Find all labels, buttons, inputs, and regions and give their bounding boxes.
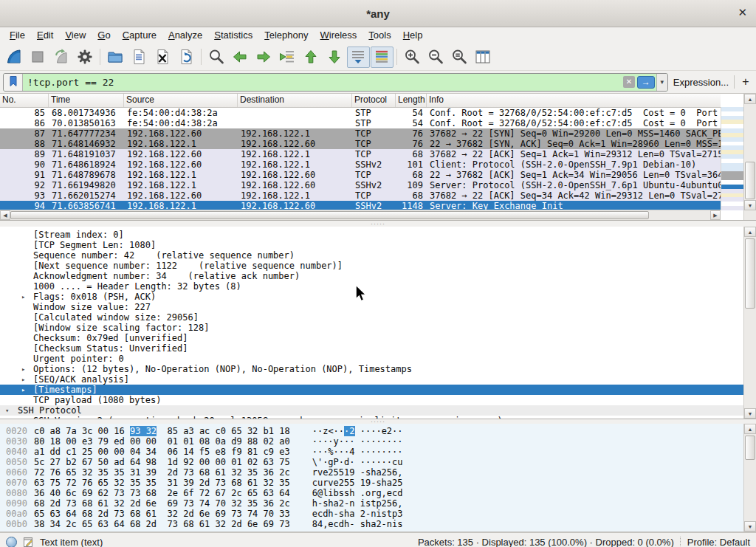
zoom-original-button[interactable] <box>448 47 471 68</box>
colorize-button[interactable] <box>371 47 394 68</box>
autoscroll-button[interactable] <box>347 47 370 68</box>
add-filter-button[interactable]: + <box>740 76 752 88</box>
expander-right-icon[interactable]: ▸ <box>21 292 25 302</box>
packet-row-93[interactable]: 9371.662015274192.168.122.60192.168.122.… <box>0 190 721 201</box>
packet-row-91[interactable]: 9171.648789678192.168.122.1192.168.122.6… <box>0 170 721 180</box>
detail-line[interactable]: TCP payload (1080 bytes) <box>0 395 743 405</box>
scroll-track[interactable] <box>744 434 756 521</box>
detail-line[interactable]: Window size value: 227 <box>0 302 743 312</box>
close-icon[interactable]: ✕ <box>738 6 747 19</box>
scroll-thumb[interactable] <box>745 162 755 199</box>
details-scrollbar[interactable]: ▲ ▼ <box>743 227 756 419</box>
go-forward-button[interactable] <box>252 47 275 68</box>
detail-line[interactable]: Urgent pointer: 0 <box>0 354 743 364</box>
scroll-left-button[interactable]: ◀ <box>0 210 10 220</box>
expander-right-icon[interactable]: ▸ <box>21 385 25 395</box>
find-packet-button[interactable] <box>205 47 228 68</box>
save-file-button[interactable] <box>128 47 151 68</box>
horizontal-scrollbar[interactable]: ◀ ▶ <box>0 210 721 220</box>
detail-line[interactable]: [Calculated window size: 29056] <box>0 312 743 323</box>
hex-row[interactable]: 008036 40 6c 69 62 73 73 68 2e 6f 72 67 … <box>6 488 743 498</box>
packet-minimap[interactable] <box>721 107 743 210</box>
detail-line[interactable]: ▸Options: (12 bytes), No-Operation (NOP)… <box>0 364 743 374</box>
packet-list-scrollbar[interactable]: ▲ ▼ <box>743 94 756 220</box>
hex-row[interactable]: 00505c 27 b2 67 50 ad 64 98 1d 92 00 00 … <box>6 457 743 467</box>
hex-row[interactable]: 007063 75 72 76 65 32 35 35 31 39 2d 73 … <box>6 478 743 488</box>
detail-line[interactable]: [TCP Segment Len: 1080] <box>0 240 743 250</box>
detail-line[interactable]: ▸SSH Version 2 (encryption:chacha20-poly… <box>0 416 743 419</box>
scroll-down-button[interactable]: ▼ <box>744 521 756 531</box>
hex-row[interactable]: 00a065 63 64 68 2d 73 68 61 32 2d 6e 69 … <box>6 509 743 519</box>
scroll-thumb[interactable] <box>745 436 755 460</box>
detail-line[interactable]: [Checksum Status: Unverified] <box>0 343 743 354</box>
pane-splitter[interactable]: ····· <box>0 221 756 227</box>
hex-row[interactable]: 0020c0 a8 7a 3c 00 16 93 32 85 a3 ac c0 … <box>6 426 743 436</box>
filter-history-dropdown[interactable]: ▾ <box>656 74 667 91</box>
packet-row-86[interactable]: 8670.013850163fe:54:00:d4:38:2aSTP54Conf… <box>0 118 721 128</box>
packet-row-94[interactable]: 9471.663856741192.168.122.1192.168.122.6… <box>0 201 721 210</box>
profile-text[interactable]: Profile: Default <box>687 537 750 547</box>
scroll-track[interactable] <box>744 237 756 408</box>
capture-comment-icon[interactable] <box>23 537 34 547</box>
horizontal-scroll-thumb[interactable] <box>10 211 649 219</box>
detail-line[interactable]: ▸[SEQ/ACK analysis] <box>0 374 743 385</box>
detail-line[interactable]: Sequence number: 42 (relative sequence n… <box>0 250 743 261</box>
detail-line[interactable]: 1000 .... = Header Length: 32 bytes (8) <box>0 281 743 292</box>
detail-line[interactable]: ▾SSH Protocol <box>0 405 743 416</box>
menu-capture[interactable]: Capture <box>117 28 162 43</box>
packet-row-92[interactable]: 9271.661949820192.168.122.1192.168.122.6… <box>0 180 721 190</box>
detail-line[interactable]: [Next sequence number: 1122 (relative se… <box>0 261 743 271</box>
go-first-button[interactable] <box>300 47 323 68</box>
hex-row[interactable]: 009068 2d 73 68 61 32 2d 6e 69 73 74 70 … <box>6 498 743 509</box>
open-file-button[interactable] <box>104 47 127 68</box>
bytes-scrollbar[interactable]: ▲ ▼ <box>743 424 756 531</box>
filter-clear-button[interactable]: ✕ <box>623 76 635 88</box>
menu-view[interactable]: View <box>59 28 92 43</box>
scroll-thumb[interactable] <box>745 238 755 309</box>
horizontal-scroll-track[interactable] <box>10 210 710 220</box>
expander-right-icon[interactable]: ▸ <box>21 364 25 374</box>
zoom-in-button[interactable] <box>401 47 424 68</box>
menu-go[interactable]: Go <box>92 28 116 43</box>
menu-wireless[interactable]: Wireless <box>315 28 363 43</box>
close-file-button[interactable] <box>151 47 174 68</box>
menu-file[interactable]: File <box>4 28 31 43</box>
expression-button[interactable]: Expression... <box>673 77 729 88</box>
stop-capture-button[interactable] <box>27 47 49 68</box>
scroll-right-button[interactable]: ▶ <box>710 210 721 220</box>
filter-input[interactable]: !tcp.port == 22 <box>23 74 623 91</box>
zoom-out-button[interactable] <box>425 47 447 68</box>
capture-options-button[interactable] <box>74 47 97 68</box>
detail-line[interactable]: [Window size scaling factor: 128] <box>0 323 743 333</box>
expert-info-icon[interactable] <box>6 537 17 547</box>
column-header-no[interactable]: No. <box>0 94 49 107</box>
goto-packet-button[interactable] <box>276 47 299 68</box>
hex-row[interactable]: 003080 18 00 e3 79 ed 00 00 01 01 08 0a … <box>6 436 743 447</box>
menu-help[interactable]: Help <box>397 28 429 43</box>
column-header-info[interactable]: Info <box>427 94 721 107</box>
expander-down-icon[interactable]: ▾ <box>5 405 9 416</box>
filter-bookmark-button[interactable] <box>4 74 23 91</box>
go-last-button[interactable] <box>323 47 346 68</box>
menu-analyze[interactable]: Analyze <box>162 28 208 43</box>
expander-right-icon[interactable]: ▸ <box>21 374 25 385</box>
hex-row[interactable]: 00b038 34 2c 65 63 64 68 2d 73 68 61 32 … <box>6 519 743 529</box>
resize-columns-button[interactable] <box>472 47 495 68</box>
start-capture-button[interactable] <box>3 47 26 68</box>
detail-line[interactable]: Checksum: 0x79ed [unverified] <box>0 333 743 343</box>
restart-capture-button[interactable] <box>50 47 73 68</box>
menu-statistics[interactable]: Statistics <box>208 28 258 43</box>
menu-edit[interactable]: Edit <box>31 28 59 43</box>
scroll-track[interactable] <box>744 104 756 200</box>
scroll-down-button[interactable]: ▼ <box>744 200 756 210</box>
scroll-up-button[interactable]: ▲ <box>744 94 756 104</box>
packet-row-89[interactable]: 8971.648191037192.168.122.60192.168.122.… <box>0 149 721 159</box>
column-header-protocol[interactable]: Protocol <box>352 94 396 107</box>
filter-apply-button[interactable]: → <box>637 76 655 89</box>
detail-line[interactable]: [Stream index: 0] <box>0 230 743 240</box>
reload-file-button[interactable] <box>175 47 198 68</box>
column-header-length[interactable]: Length <box>396 94 427 107</box>
detail-line[interactable]: ▸[Timestamps] <box>0 385 743 395</box>
menu-tools[interactable]: Tools <box>362 28 396 43</box>
packet-row-90[interactable]: 9071.648618924192.168.122.60192.168.122.… <box>0 159 721 170</box>
